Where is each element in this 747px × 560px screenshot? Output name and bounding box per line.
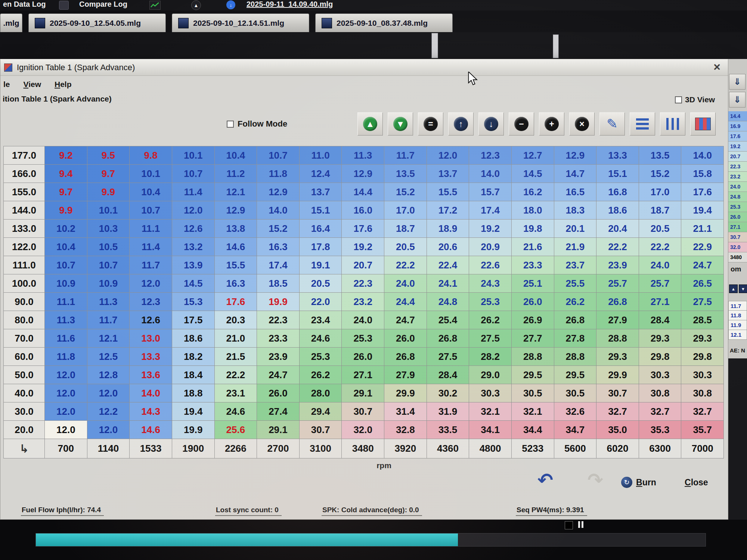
table-cell[interactable]: 26.2 [554,293,597,311]
table-cell[interactable]: 22.2 [384,256,427,274]
table-cell[interactable]: 18.3 [554,201,597,220]
side-mini-cell[interactable]: 11.7 [728,301,747,311]
table-cell[interactable]: 25.7 [596,274,639,293]
table-cell[interactable]: 18.7 [639,201,682,220]
table-cell[interactable]: 13.0 [130,329,172,348]
side-cell[interactable]: 23.2 [728,172,747,182]
table-cell[interactable]: 10.4 [130,183,172,201]
table-cell[interactable]: 32.7 [639,402,682,421]
table-cell[interactable]: 32.1 [512,402,554,421]
toolbar-add-button[interactable]: + [539,112,564,136]
table-cell[interactable]: 15.2 [384,183,427,201]
table-cell[interactable]: 21.6 [512,238,554,256]
table-cell[interactable]: 25.4 [427,311,469,329]
toolbar-shift-up-button[interactable]: ▲ [357,112,383,136]
close-button[interactable]: Close [685,477,708,488]
stop-icon[interactable] [565,521,573,529]
record-icon[interactable]: ▲ [191,0,201,10]
table-cell[interactable]: 27.1 [639,293,682,311]
follow-mode-toggle[interactable]: Follow Mode [227,119,287,129]
table-cell[interactable]: 12.0 [87,421,130,439]
table-cell[interactable]: 31.9 [427,402,469,421]
table-cell[interactable]: 13.5 [384,165,427,183]
table-cell[interactable]: 34.7 [554,421,597,439]
table-cell[interactable]: 11.7 [87,311,130,329]
table-cell[interactable]: 13.3 [596,146,639,165]
table-cell[interactable]: 16.2 [512,183,554,201]
table-cell[interactable]: 11.3 [342,146,384,165]
table-cell[interactable]: 32.1 [469,402,512,421]
table-cell[interactable]: 20.5 [384,238,427,256]
table-cell[interactable]: 29.9 [596,366,639,384]
table-cell[interactable]: 28.4 [427,366,469,384]
table-cell[interactable]: 12.0 [172,201,215,220]
table-cell[interactable]: 35.0 [596,421,639,439]
table-cell[interactable]: 20.9 [469,238,512,256]
table-cell[interactable]: 16.3 [257,238,300,256]
table-cell[interactable]: 10.1 [87,201,130,220]
table-cell[interactable]: 31.4 [384,402,427,421]
side-cell[interactable]: 14.4 [728,111,747,121]
table-cell[interactable]: 23.9 [257,348,300,366]
table-cell[interactable]: 27.9 [596,311,639,329]
table-cell[interactable]: 17.5 [172,311,215,329]
table-cell[interactable]: 34.4 [512,421,554,439]
table-cell[interactable]: 24.6 [300,329,342,348]
table-cell[interactable]: 25.3 [342,329,384,348]
table-cell[interactable]: 13.7 [427,165,469,183]
side-cell[interactable]: 25.3 [728,202,747,212]
compare-log-label[interactable]: Compare Log [79,0,127,9]
table-cell[interactable]: 16.8 [596,183,639,201]
table-cell[interactable]: 12.0 [130,274,172,293]
table-cell[interactable]: 17.8 [300,238,342,256]
pause-icon[interactable] [577,521,584,529]
table-cell[interactable]: 11.3 [45,311,87,329]
toolbar-increment-button[interactable]: ↑ [448,112,474,136]
table-cell[interactable]: 32.7 [681,402,724,421]
table-cell[interactable]: 24.3 [469,274,512,293]
table-cell[interactable]: 29.5 [554,366,597,384]
table-cell[interactable]: 32.6 [554,402,597,421]
menu-help[interactable]: Help [55,80,72,89]
table-cell[interactable]: 12.0 [45,384,87,402]
view-3d-toggle[interactable]: 3D View [675,95,715,104]
table-cell[interactable]: 28.2 [469,348,512,366]
table-cell[interactable]: 19.9 [172,421,215,439]
table-cell[interactable]: 18.4 [172,366,215,384]
table-cell[interactable]: 18.6 [596,201,639,220]
table-cell[interactable]: 29.3 [681,329,724,348]
table-cell[interactable]: 30.3 [469,384,512,402]
table-cell[interactable]: 35.7 [681,421,724,439]
toolbar-interpolate-2d-button[interactable] [690,112,716,136]
table-cell[interactable]: 17.0 [639,183,682,201]
table-cell[interactable]: 19.4 [172,402,215,421]
table-cell[interactable]: 22.3 [342,274,384,293]
log-tab-fragment[interactable]: .mlg [0,13,22,32]
table-cell[interactable]: 11.8 [257,165,300,183]
side-cell[interactable]: 27.1 [728,222,747,232]
table-cell[interactable]: 12.0 [45,421,87,439]
table-cell[interactable]: 16.0 [342,201,384,220]
close-icon[interactable]: × [713,60,720,74]
table-cell[interactable]: 13.2 [172,238,215,256]
table-cell[interactable]: 10.7 [45,256,87,274]
table-cell[interactable]: 13.6 [130,366,172,384]
table-cell[interactable]: 14.6 [130,421,172,439]
toolbar-edit-pencil-button[interactable]: ✎ [599,112,625,136]
table-cell[interactable]: 20.3 [215,311,257,329]
table-cell[interactable]: 10.4 [45,238,87,256]
table-cell[interactable]: 11.6 [45,329,87,348]
table-cell[interactable]: 9.4 [45,165,87,183]
table-cell[interactable]: 12.0 [427,146,469,165]
table-cell[interactable]: 20.1 [554,220,597,238]
table-cell[interactable]: 9.9 [87,183,130,201]
table-cell[interactable]: 19.2 [342,238,384,256]
table-cell[interactable]: 26.5 [681,274,724,293]
table-cell[interactable]: 17.4 [469,201,512,220]
menu-file-partial[interactable]: le [3,80,10,89]
table-cell[interactable]: 22.4 [427,256,469,274]
window-title-bar[interactable]: Ignition Table 1 (Spark Advance) × [0,59,728,76]
table-cell[interactable]: 28.8 [596,329,639,348]
table-cell[interactable]: 10.3 [87,220,130,238]
table-cell[interactable]: 26.8 [427,329,469,348]
